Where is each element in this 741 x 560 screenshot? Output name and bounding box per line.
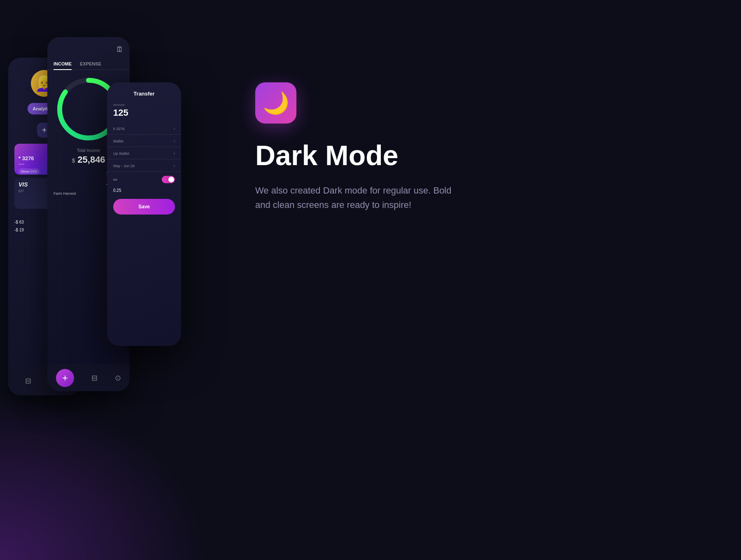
save-button[interactable]: Save — [113, 199, 175, 215]
toggle-knob — [168, 177, 174, 182]
app-icon: 🌙 — [255, 82, 296, 124]
form-field-wallet[interactable]: Wallet › — [107, 135, 181, 147]
form-field-account[interactable]: h 3276 › — [107, 123, 181, 135]
plus-icon: + — [62, 372, 68, 384]
wallet-icon[interactable]: ⊟ — [25, 376, 31, 385]
tabs-row: INCOME EXPENSE — [47, 58, 130, 70]
field-label: May - Jun 20 — [113, 164, 135, 168]
phones-container: 👱‍♀️ Analytics › + * 3276 **** Show CVV … — [0, 25, 231, 519]
form-field-up-wallet[interactable]: Up Wallet › — [107, 148, 181, 159]
show-cvv-button[interactable]: Show CVV — [19, 168, 40, 175]
form-field-date[interactable]: May - Jun 20 › — [107, 160, 181, 172]
user-nav-icon[interactable]: ⊙ — [115, 373, 121, 383]
chevron-right-icon: › — [174, 151, 175, 156]
section-description: We also created Dark mode for regular us… — [255, 183, 453, 212]
chevron-right-icon: › — [174, 126, 175, 131]
transaction-amount: -$ 63 — [14, 220, 24, 224]
tab-income[interactable]: INCOME — [54, 58, 72, 70]
section-title: Dark Mode — [255, 140, 543, 171]
plus-icon: + — [42, 126, 47, 135]
amount-label: Amount — [107, 103, 181, 107]
bottom-nav-mid: + ⊟ ⊙ — [47, 364, 130, 391]
chevron-right-icon: › — [174, 163, 175, 168]
phone-header: 🗓 — [47, 37, 130, 58]
amount-value: 125 — [107, 107, 181, 118]
right-content: 🌙 Dark Mode We also created Dark mode fo… — [255, 82, 543, 212]
calendar-icon[interactable]: 🗓 — [116, 45, 124, 54]
transaction-name: Farm Harvest — [54, 191, 76, 196]
moon-icon: 🌙 — [263, 91, 289, 116]
field-label: Up Wallet — [113, 152, 129, 156]
fee-toggle[interactable] — [162, 176, 175, 183]
chevron-right-icon: › — [174, 139, 175, 143]
phone-front: Transfer Amount 125 h 3276 › Wallet › Up… — [107, 82, 181, 346]
add-transaction-button[interactable]: + — [56, 369, 74, 387]
field-label: h 3276 — [113, 127, 125, 131]
transfer-title: Transfer — [107, 82, 181, 103]
field-label: Wallet — [113, 139, 124, 143]
fee-value: 0.25 — [107, 188, 181, 193]
wallet-nav-icon[interactable]: ⊟ — [91, 373, 98, 383]
tab-expense[interactable]: EXPENSE — [80, 58, 101, 70]
fee-label: ee — [113, 177, 117, 182]
transaction-amount: -$ 19 — [14, 228, 24, 232]
fee-toggle-row: ee — [107, 173, 181, 187]
